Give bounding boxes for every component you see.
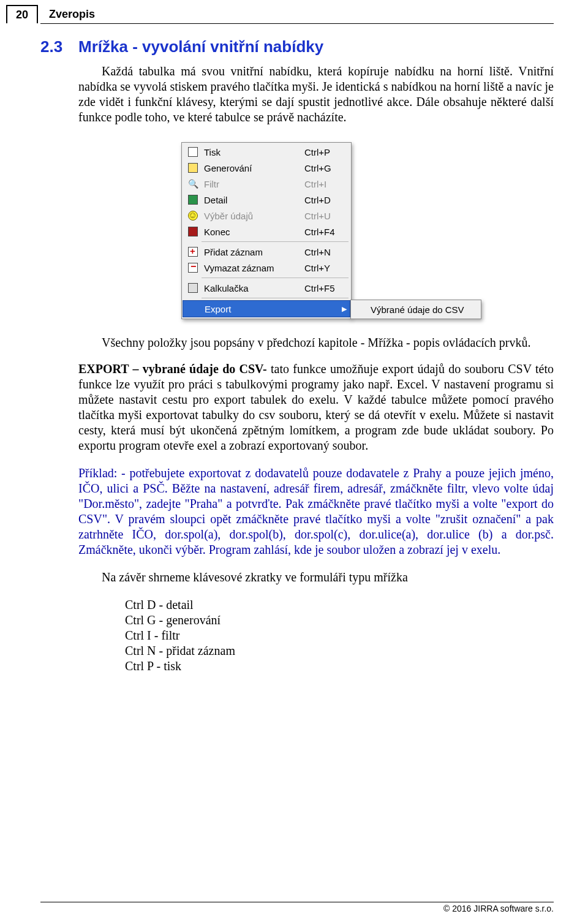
menu-item-label: Detail: [200, 195, 304, 205]
menu-item-label: Tisk: [200, 147, 304, 157]
menu-item-label: Konec: [200, 227, 304, 237]
menu-item-export[interactable]: Export ▶: [183, 300, 350, 317]
filter-icon: 🔍: [186, 179, 200, 189]
body: Všechny položky jsou popsány v předchozí…: [78, 335, 554, 674]
add-icon: [186, 247, 200, 257]
submenu-item-export-csv[interactable]: Výbrané údaje do CSV: [352, 301, 480, 317]
shortcut-line: Ctrl P - tisk: [125, 659, 554, 674]
page-header: 20 Zveropis: [40, 0, 554, 24]
intro-paragraph: Každá tabulka má svou vnitřní nabídku, k…: [78, 64, 554, 125]
menu-item-shortcut: Ctrl+U: [304, 211, 347, 221]
calculator-icon: [186, 283, 200, 293]
menu-item-shortcut: Ctrl+F4: [304, 227, 347, 237]
body: Každá tabulka má svou vnitřní nabídku, k…: [78, 64, 554, 125]
menu-item-shortcut: Ctrl+Y: [304, 263, 347, 273]
shortcut-line: Ctrl I - filtr: [125, 628, 554, 643]
export-lead: EXPORT – vybrané údaje do CSV-: [78, 362, 267, 376]
menu-item-label: Filtr: [200, 179, 304, 189]
menu-item-shortcut: Ctrl+N: [304, 247, 347, 257]
menu-separator: [202, 241, 349, 242]
page-number-box: 20: [6, 5, 38, 23]
menu-item-filtr: 🔍 Filtr Ctrl+I: [183, 176, 350, 192]
context-submenu[interactable]: Výbrané údaje do CSV: [350, 300, 481, 319]
menu-item-shortcut: Ctrl+G: [304, 163, 347, 173]
delete-icon: [186, 263, 200, 273]
menu-item-konec[interactable]: Konec Ctrl+F4: [183, 224, 350, 240]
menu-item-shortcut: Ctrl+D: [304, 195, 347, 205]
section-title: Mrížka - vyvolání vnitřní nabídky: [78, 37, 323, 56]
shortcuts-intro: Na závěr shrneme klávesové zkratky ve fo…: [78, 570, 554, 585]
section-heading: 2.3 Mrížka - vyvolání vnitřní nabídky: [40, 37, 554, 56]
menu-separator: [202, 278, 349, 278]
page-footer: © 2016 JIRRA software s.r.o.: [40, 902, 554, 913]
menu-item-pridat-zaznam[interactable]: Přidat záznam Ctrl+N: [183, 244, 350, 260]
submenu-item-label: Výbrané údaje do CSV: [371, 304, 464, 315]
context-menu[interactable]: Tisk Ctrl+P Generování Ctrl+G 🔍 Filtr Ct…: [181, 142, 352, 319]
footer-text: © 2016 JIRRA software s.r.o.: [443, 904, 554, 913]
menu-item-kalkulacka[interactable]: Kalkulačka Ctrl+F5: [183, 280, 350, 296]
menu-item-vyber-udaju: Výběr údajů Ctrl+U: [183, 208, 350, 224]
select-icon: [186, 211, 200, 221]
print-icon: [186, 147, 200, 157]
export-body: tato funkce umožňuje export údajů do sou…: [78, 362, 554, 452]
menu-item-detail[interactable]: Detail Ctrl+D: [183, 192, 350, 208]
menu-item-label: Kalkulačka: [200, 283, 304, 293]
page-number: 20: [16, 9, 28, 21]
header-title: Zveropis: [49, 8, 95, 23]
context-menu-figure: Tisk Ctrl+P Generování Ctrl+G 🔍 Filtr Ct…: [181, 142, 500, 319]
shortcut-line: Ctrl D - detail: [125, 597, 554, 613]
submenu-arrow-icon: ▶: [339, 305, 347, 313]
menu-item-label: Generování: [200, 163, 304, 173]
menu-item-tisk[interactable]: Tisk Ctrl+P: [183, 144, 350, 160]
export-paragraph: EXPORT – vybrané údaje do CSV- tato funk…: [78, 361, 554, 453]
menu-separator: [202, 298, 349, 298]
after-menu-paragraph: Všechny položky jsou popsány v předchozí…: [78, 335, 554, 350]
menu-item-shortcut: Ctrl+I: [304, 179, 347, 189]
menu-item-shortcut: Ctrl+P: [304, 147, 347, 157]
menu-item-shortcut: Ctrl+F5: [304, 283, 347, 293]
section-number: 2.3: [40, 37, 78, 56]
menu-item-vymazat-zaznam[interactable]: Vymazat záznam Ctrl+Y: [183, 260, 350, 276]
menu-item-label: Vymazat záznam: [200, 263, 304, 273]
menu-item-generovani[interactable]: Generování Ctrl+G: [183, 160, 350, 176]
menu-item-label: Export: [201, 304, 296, 314]
generate-icon: [186, 163, 200, 173]
menu-item-label: Výběr údajů: [200, 211, 304, 221]
example-paragraph: Příklad: - potřebujete exportovat z doda…: [78, 466, 554, 557]
end-icon: [186, 227, 200, 236]
menu-item-label: Přidat záznam: [200, 247, 304, 257]
shortcut-line: Ctrl N - přidat záznam: [125, 643, 554, 659]
detail-icon: [186, 195, 200, 205]
shortcut-line: Ctrl G - generování: [125, 613, 554, 628]
